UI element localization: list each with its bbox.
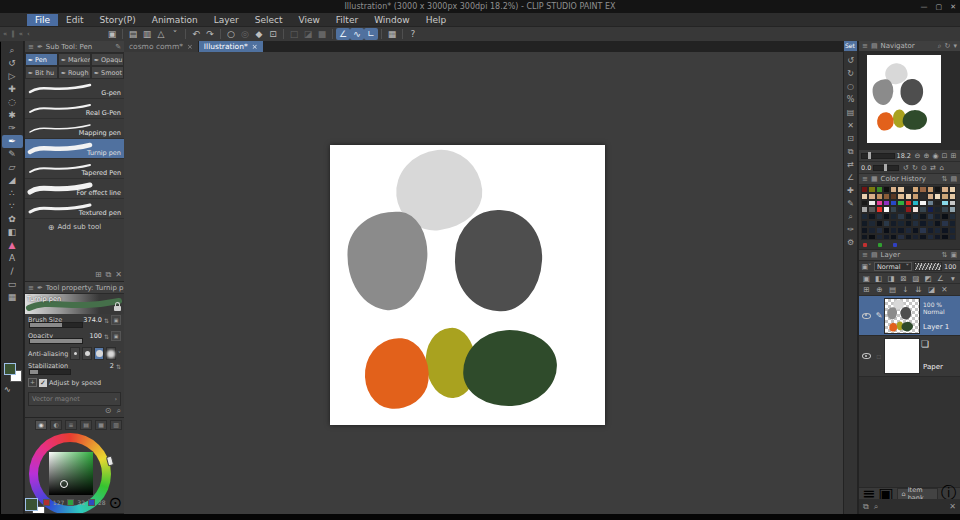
color-swatch[interactable] [861,206,868,213]
figure-icon[interactable]: ▱ [2,161,23,174]
visibility-eye-icon[interactable] [862,313,871,319]
opacity-dynamics-button[interactable]: ▣ [111,331,121,341]
menu-window[interactable]: Window [366,14,418,26]
layer-name[interactable]: Layer 1 [923,323,949,331]
qa-scale-rotate-icon[interactable]: % [844,93,857,106]
color-swatch[interactable] [890,200,897,207]
color-swatch[interactable] [949,220,956,227]
qa-deselect-icon[interactable]: ○ [844,80,857,93]
color-swatch[interactable] [868,200,875,207]
eraser-icon[interactable]: ◢ [2,174,23,187]
combine-mode-icon[interactable]: ◧ [873,274,883,283]
quick-access-set-tab[interactable]: Set 1 [844,41,857,51]
clip-at-layer-icon[interactable]: ◨ [886,274,896,283]
spinner-icon[interactable]: ⇅ [104,317,109,324]
color-swatch[interactable] [919,213,926,220]
color-swatch[interactable] [890,213,897,220]
help-icon[interactable]: ? [406,28,420,40]
subtool-item-taperedpen[interactable]: Tapered Pen [25,159,124,179]
color-swatch[interactable] [876,213,883,220]
color-swatch[interactable] [868,234,875,241]
eyedropper-icon[interactable]: ⊙ [109,493,122,512]
qa-crop-icon[interactable]: ⊡ [844,132,857,145]
color-circle-icon[interactable]: ◐ [50,420,62,430]
history-sort-icon[interactable]: ⇅ [942,175,948,183]
vector-magnet-row[interactable]: Vector magnet › [28,392,121,406]
collapse-icon[interactable]: ‹ [27,30,30,38]
lock-icon[interactable] [114,306,121,311]
subtool-group-tab-rough[interactable]: ✒Rough [58,66,91,79]
color-swatch[interactable] [868,213,875,220]
color-swatch[interactable] [949,200,956,207]
color-swatch[interactable] [883,213,890,220]
spinner-icon[interactable]: ⇅ [116,363,121,370]
spinner-icon[interactable]: ⇅ [104,333,109,340]
layer-mask-icon[interactable]: ◪ [926,285,937,294]
color-swatch[interactable] [934,234,941,241]
color-swatch[interactable] [897,206,904,213]
workspace-icon[interactable]: ▣ [105,28,119,40]
frame-border-icon[interactable]: ▭ [2,278,23,291]
recent-color-dot[interactable] [878,243,882,247]
adjust-by-speed-checkbox[interactable]: ✓ [39,379,47,387]
subtool-group-tab-pen[interactable]: ✒Pen [25,53,58,66]
zoom-out-icon[interactable]: ⊖ [913,152,922,160]
document-tab[interactable]: Illustration*× [199,41,263,52]
color-swatch[interactable] [897,200,904,207]
color-swatch[interactable] [919,220,926,227]
color-swatch[interactable] [883,193,890,200]
color-swatch[interactable] [941,213,948,220]
color-swatch[interactable] [861,193,868,200]
color-swatch[interactable] [905,186,912,193]
transparent-color-icon[interactable]: ∿ [4,385,11,394]
color-swatch[interactable] [861,186,868,193]
flip-display-icon[interactable]: ⇄ [928,164,937,172]
subtool-group-tab-bithu[interactable]: ✒Bit hu [25,66,58,79]
text-icon[interactable]: A [2,252,23,265]
color-swatch[interactable] [897,227,904,234]
color-wheel-icon[interactable]: ◉ [35,420,47,430]
stabilization-slider[interactable] [29,369,71,375]
color-swatch[interactable] [941,186,948,193]
history-options-icon[interactable]: ▤ [950,175,957,183]
rotate-cw-icon[interactable]: ↻ [910,164,919,172]
add-subtool-button[interactable]: ⊕ Add sub tool [25,219,124,235]
foreground-color-swatch[interactable] [25,498,38,511]
color-swatch[interactable] [876,220,883,227]
rotate-view-icon[interactable]: ↺ [2,57,23,70]
pen-icon[interactable]: ✒ [2,135,23,148]
undo-icon[interactable]: ↶ [189,28,203,40]
search-tool-property-icon[interactable]: ⌕ [117,406,121,416]
convert-layer-1-icon[interactable]: □ [287,28,301,40]
menu-help[interactable]: Help [418,14,455,26]
color-swatch[interactable] [949,234,956,241]
deselect-icon[interactable]: ○ [224,28,238,40]
color-swatch[interactable] [883,234,890,241]
layer-thumbnail[interactable] [884,298,920,334]
color-swatch[interactable] [934,213,941,220]
chevron-down-icon[interactable]: ˅ [118,350,121,357]
subtool-item-gpen[interactable]: G-pen [25,79,124,99]
expand-icon[interactable]: + [28,378,37,387]
merge-down-icon[interactable]: ⇊ [913,285,924,294]
color-swatch[interactable] [927,186,934,193]
menu-storyp[interactable]: Story(P) [92,14,144,26]
color-swatch[interactable] [927,213,934,220]
minimize-button[interactable]: — [921,3,928,11]
recent-color-dot[interactable] [863,243,867,247]
selection-icon[interactable]: ◌ [2,96,23,109]
color-swatch[interactable] [890,206,897,213]
color-swatch[interactable] [949,193,956,200]
panel-menu-icon[interactable]: ≡ [862,42,868,50]
recent-color-dot[interactable] [893,243,897,247]
color-swatch[interactable] [927,220,934,227]
material-icon[interactable]: ▦ [385,28,399,40]
layer-opacity-slider[interactable] [914,262,942,271]
color-cursor[interactable] [60,480,68,488]
tablet-settings-icon[interactable]: ▤ [126,28,140,40]
open-file-icon[interactable]: ▥ [140,28,154,40]
color-swatch[interactable] [927,227,934,234]
color-swatch[interactable] [890,193,897,200]
move-icon[interactable]: ✚ [2,83,23,96]
color-swatch[interactable] [905,206,912,213]
